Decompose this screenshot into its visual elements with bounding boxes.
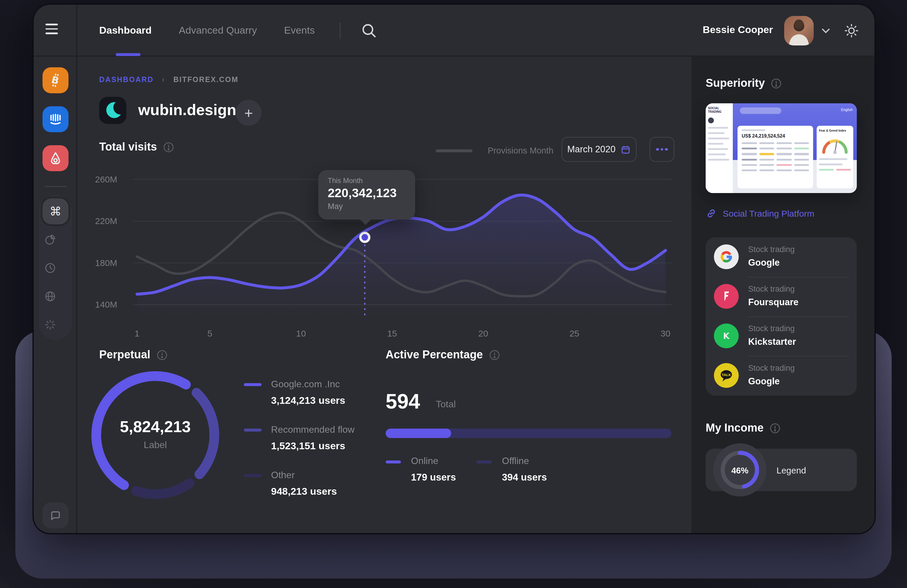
svg-text:20: 20 xyxy=(478,328,488,338)
sidebar-item-command[interactable]: ⌘ xyxy=(43,199,69,224)
active-progress-bar xyxy=(386,429,671,438)
info-icon[interactable] xyxy=(489,349,500,360)
tab-dashboard[interactable]: Dashboard xyxy=(99,25,152,37)
legend-dash-recommended xyxy=(244,429,261,431)
info-icon[interactable] xyxy=(156,349,167,360)
svg-text:10: 10 xyxy=(296,328,306,338)
svg-text:TALK: TALK xyxy=(721,373,731,377)
right-panel: Superiority English SOCIAL TRADING xyxy=(691,57,875,533)
pie-chart-icon[interactable] xyxy=(44,233,57,246)
svg-text:220M: 220M xyxy=(95,216,117,226)
month-picker-button[interactable]: March 2020 xyxy=(562,137,636,162)
legend-users: 3,124,213 users xyxy=(271,395,345,407)
breadcrumb-separator: › xyxy=(162,75,165,84)
list-item-google[interactable]: Stock trading Google xyxy=(706,237,857,277)
svg-text:5: 5 xyxy=(208,328,213,338)
theme-sun-icon[interactable] xyxy=(844,23,859,38)
tooltip-value: 220,342,123 xyxy=(328,186,405,200)
main-nav: Dashboard Advanced Quarry Events xyxy=(99,5,315,57)
breadcrumb-dashboard[interactable]: DASHBOARD xyxy=(99,75,154,83)
active-total-label: Total xyxy=(436,399,456,410)
globe-icon[interactable] xyxy=(44,290,57,303)
chat-icon[interactable] xyxy=(43,502,69,529)
tab-events[interactable]: Events xyxy=(284,25,315,37)
info-icon[interactable] xyxy=(769,422,780,434)
link-icon xyxy=(706,208,717,219)
chevron-down-icon[interactable] xyxy=(822,28,830,34)
svg-text:B: B xyxy=(50,74,60,87)
online-dash xyxy=(386,460,401,463)
tab-advanced-quarry[interactable]: Advanced Quarry xyxy=(179,25,257,37)
provisions-label: Provisions Month xyxy=(488,146,553,155)
income-legend: Legend xyxy=(777,465,806,475)
page-title: wubin.design xyxy=(138,101,236,119)
svg-text:180M: 180M xyxy=(95,258,117,268)
sidebar-item-bitcoin[interactable]: B xyxy=(43,67,69,93)
online-label: Online xyxy=(411,456,438,466)
sidebar-item-airbnb[interactable] xyxy=(43,145,69,171)
chart-tooltip: This Month 220,342,123 May xyxy=(318,170,415,219)
legend-users: 948,213 users xyxy=(271,486,337,498)
hamburger-menu-icon[interactable] xyxy=(45,24,59,38)
spinner-icon[interactable] xyxy=(44,318,57,331)
active-percentage-title: Active Percentage xyxy=(386,348,500,361)
active-tab-indicator xyxy=(116,53,141,56)
search-icon[interactable] xyxy=(360,21,378,40)
list-item-foursquare[interactable]: Stock trading Foursquare xyxy=(706,277,857,316)
info-icon[interactable] xyxy=(163,141,174,152)
superiority-title: Superiority xyxy=(706,77,782,90)
nav-divider xyxy=(340,22,341,39)
add-button[interactable]: + xyxy=(236,100,261,126)
trading-platform-thumbnail[interactable]: English SOCIAL TRADING US$ 24,219,524,52… xyxy=(706,103,857,193)
site-logo xyxy=(99,97,127,124)
active-progress-fill xyxy=(386,429,452,438)
list-item-kakaotalk[interactable]: TALK Stock trading Google xyxy=(706,356,857,396)
avatar[interactable] xyxy=(784,16,814,45)
offline-dash xyxy=(476,460,492,463)
google-icon xyxy=(714,244,739,269)
tooltip-sub: May xyxy=(328,202,405,211)
svg-text:260M: 260M xyxy=(95,175,117,184)
legend-users: 1,523,151 users xyxy=(271,441,345,452)
my-income-title: My Income xyxy=(706,421,780,434)
legend-name: Other xyxy=(271,470,295,481)
donut-center: 5,824,213 Label xyxy=(96,418,214,450)
income-percent: 46% xyxy=(718,466,762,475)
kickstarter-icon: K xyxy=(714,324,739,348)
legend-dash-other xyxy=(244,474,261,477)
breadcrumb: DASHBOARD › BITFOREX.COM xyxy=(99,75,239,84)
app-window: Dashboard Advanced Quarry Events Bessie … xyxy=(34,5,875,533)
svg-text:1: 1 xyxy=(135,328,139,338)
kakaotalk-icon: TALK xyxy=(714,363,739,388)
active-total: 594 xyxy=(386,389,420,413)
provisions-dash xyxy=(436,149,473,152)
total-visits-title: Total visits xyxy=(99,141,174,154)
desktop-background: Dashboard Advanced Quarry Events Bessie … xyxy=(0,0,907,588)
offline-users: 394 users xyxy=(502,472,547,483)
legend-dash-google xyxy=(244,383,261,386)
online-users: 179 users xyxy=(411,472,456,483)
more-options-button[interactable] xyxy=(649,137,675,162)
svg-text:K: K xyxy=(723,331,730,341)
svg-text:15: 15 xyxy=(387,328,397,338)
sidebar-item-intercom[interactable] xyxy=(43,106,69,132)
clock-icon[interactable] xyxy=(44,261,57,274)
list-item-kickstarter[interactable]: K Stock trading Kickstarter xyxy=(706,316,857,356)
svg-text:140M: 140M xyxy=(95,300,117,309)
sidebar: B ⌘ xyxy=(34,5,77,533)
sidebar-divider xyxy=(44,186,67,187)
stock-trading-list: Stock trading Google Stock trading Fours… xyxy=(706,237,857,396)
foursquare-icon xyxy=(714,284,739,309)
svg-text:30: 30 xyxy=(660,328,670,338)
offline-label: Offline xyxy=(502,456,529,466)
perpetual-title: Perpetual xyxy=(99,348,167,361)
topbar: Dashboard Advanced Quarry Events Bessie … xyxy=(34,5,875,57)
user-name[interactable]: Bessie Cooper xyxy=(671,24,773,36)
breadcrumb-current[interactable]: BITFOREX.COM xyxy=(173,75,238,83)
info-icon[interactable] xyxy=(771,78,782,89)
legend-name: Recommended flow xyxy=(271,425,354,435)
svg-text:25: 25 xyxy=(569,328,579,338)
tooltip-label: This Month xyxy=(328,176,405,185)
social-trading-platform-link[interactable]: Social Trading Platform xyxy=(706,208,814,219)
calendar-icon xyxy=(621,144,631,154)
